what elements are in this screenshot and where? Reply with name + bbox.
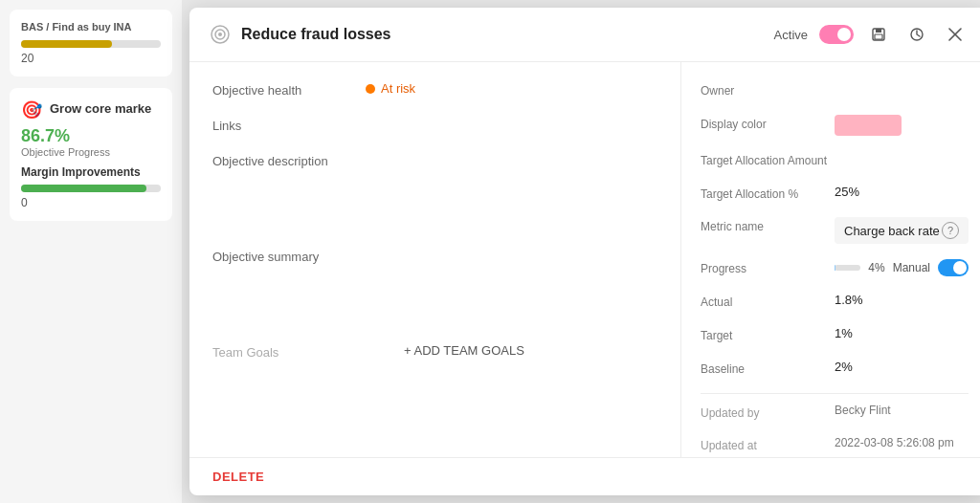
updated-at-value: 2022-03-08 5:26:08 pm [835,436,969,449]
delete-button[interactable]: DELETE [212,470,264,484]
info-icon[interactable]: ? [942,222,959,239]
objective-summary-row: Objective summary [212,248,657,324]
left-section: Objective health At risk Links Objective… [189,62,681,457]
objective-health-label: Objective health [212,81,366,98]
manual-toggle[interactable] [938,259,969,276]
metric-name-row: Metric name Charge back rate ? [701,217,969,244]
at-risk-badge: At risk [366,81,415,96]
grow-icon: 🎯 [21,99,42,120]
objective-summary-label: Objective summary [212,248,366,264]
modal-header: Reduce fraud losses Active [189,8,980,62]
display-color-label: Display color [701,115,835,133]
objective-summary-value[interactable] [366,248,657,324]
team-goals-value: + ADD TEAM GOALS [366,343,657,358]
left-card-1-title: BAS / Find as buy INA [21,21,161,33]
progress-track [835,265,860,271]
objective-description-row: Objective description [212,152,657,229]
updated-by-value: Becky Flint [835,404,969,417]
left-card-2: 🎯 Grow core marke 86.7% Objective Progre… [10,88,172,221]
svg-rect-4 [876,29,881,33]
progress-value: 4% Manual [835,259,969,276]
at-risk-dot [366,84,375,94]
grow-title: Grow core marke [50,101,151,116]
links-label: Links [212,117,366,133]
add-team-goals-button[interactable]: + ADD TEAM GOALS [404,343,524,358]
grow-label: Objective Progress [21,146,161,158]
updated-by-row: Updated by Becky Flint [701,404,969,422]
target-label: Target [701,326,835,344]
save-button[interactable] [865,21,892,48]
manual-label: Manual [893,261,930,274]
owner-row: Owner [701,81,969,99]
progress-bar-2 [21,185,161,192]
modal-title-icon [209,23,232,46]
header-right: Active [774,21,969,48]
history-button[interactable] [903,21,930,48]
active-toggle[interactable] [819,25,854,44]
updated-at-row: Updated at 2022-03-08 5:26:08 pm [701,436,969,454]
metric-name-box[interactable]: Charge back rate ? [835,217,969,244]
left-card-1: BAS / Find as buy INA 20 [10,10,172,77]
target-allocation-percent-row: Target Allocation % 25% [701,185,969,203]
objective-health-row: Objective health At risk [212,81,657,98]
progress-row: Progress 4% Manual [701,259,969,277]
display-color-row: Display color [701,115,969,136]
progress-bar-fill-green [21,185,146,192]
target-allocation-percent-value: 25% [835,185,969,199]
margin-number: 0 [21,196,161,209]
color-swatch[interactable] [835,115,902,136]
links-row: Links [212,117,657,133]
modal-footer: DELETE [189,457,980,495]
target-value: 1% [835,326,969,340]
target-allocation-amount-label: Target Allocation Amount [701,151,835,169]
close-button[interactable] [942,21,969,48]
grow-percentage: 86.7% [21,126,161,146]
progress-bar-1 [21,40,161,48]
metric-name-value[interactable]: Charge back rate ? [835,217,969,244]
target-allocation-percent-label: Target Allocation % [701,185,835,203]
svg-point-2 [218,33,222,36]
left-background-panel: BAS / Find as buy INA 20 🎯 Grow core mar… [0,0,182,503]
at-risk-text: At risk [381,81,415,96]
metric-name-label: Metric name [701,217,835,235]
team-goals-row: Team Goals + ADD TEAM GOALS [212,343,657,360]
actual-value: 1.8% [835,293,969,307]
team-goals-label: Team Goals [212,343,366,360]
progress-control: 4% Manual [835,259,969,276]
actual-row: Actual 1.8% [701,293,969,311]
modal-body: Objective health At risk Links Objective… [189,62,980,457]
modal-overlay: Reduce fraud losses Active [182,0,980,503]
progress-fill [835,265,835,271]
progress-number-1: 20 [21,52,161,65]
updated-by-label: Updated by [701,404,835,422]
margin-label: Margin Improvements [21,165,161,179]
actual-label: Actual [701,293,835,311]
right-section: Owner Display color Target Allocation Am… [681,62,980,457]
metric-name-text: Charge back rate [844,224,940,238]
svg-rect-5 [875,34,882,39]
divider [701,393,969,394]
modal: Reduce fraud losses Active [189,8,980,495]
baseline-value: 2% [835,360,969,374]
display-color-value[interactable] [835,115,969,136]
target-allocation-amount-row: Target Allocation Amount [701,151,969,169]
objective-description-value[interactable] [366,152,657,229]
target-row: Target 1% [701,326,969,344]
modal-title: Reduce fraud losses [241,26,765,43]
active-label: Active [774,28,808,42]
objective-description-label: Objective description [212,152,366,168]
objective-health-value: At risk [366,81,657,97]
baseline-row: Baseline 2% [701,360,969,378]
owner-label: Owner [701,81,835,99]
progress-bar-fill-yellow [21,40,112,48]
baseline-label: Baseline [701,360,835,378]
updated-at-label: Updated at [701,436,835,454]
progress-percent: 4% [868,261,884,274]
progress-label: Progress [701,259,835,277]
